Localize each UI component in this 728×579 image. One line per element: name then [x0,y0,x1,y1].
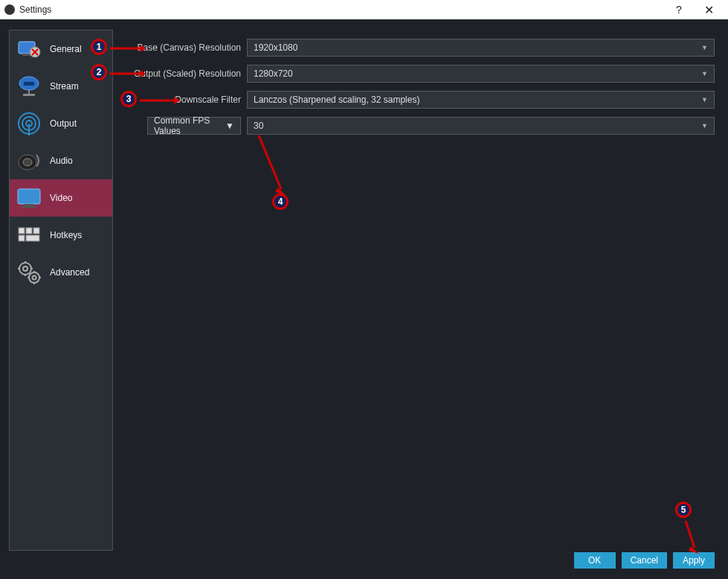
svg-point-26 [33,276,36,280]
app-icon [4,4,15,15]
base-resolution-select[interactable]: 1920x1080 ▼ [247,39,715,57]
svg-rect-19 [26,228,32,234]
titlebar: Settings ? ✕ [0,0,728,19]
svg-rect-18 [19,228,25,234]
annotation-arrow-1 [109,43,146,54]
ok-button[interactable]: OK [574,552,616,569]
svg-line-41 [259,135,281,189]
sidebar-item-label: Audio [50,156,73,166]
base-resolution-value: 1920x1080 [254,42,297,53]
help-icon: ? [676,4,682,16]
sidebar-item-audio[interactable]: Audio [10,142,112,179]
close-icon: ✕ [704,3,714,17]
sidebar-item-hotkeys[interactable]: Hotkeys [10,217,112,254]
sidebar-item-label: Hotkeys [50,230,82,240]
chevron-down-icon: ▼ [701,122,708,129]
fps-value-select[interactable]: 30 ▼ [247,117,715,135]
sidebar-item-label: Stream [50,81,79,92]
fps-row: Common FPS Values ▼ 30 ▼ [147,117,715,135]
svg-rect-8 [23,94,35,96]
sidebar-item-label: General [50,44,82,54]
annotation-5: 5 [675,502,692,518]
sidebar-item-output[interactable]: Output [10,105,112,142]
output-resolution-value: 1280x720 [254,68,293,79]
svg-rect-17 [22,206,36,208]
ok-label: OK [588,555,601,566]
close-button[interactable]: ✕ [694,0,724,19]
chevron-down-icon: ▼ [701,70,708,77]
svg-point-25 [29,272,39,283]
sidebar-item-label: Video [50,193,72,203]
chevron-down-icon: ▼ [225,121,234,131]
hotkeys-icon [14,220,44,250]
svg-marker-38 [140,70,146,77]
svg-rect-6 [24,82,34,86]
annotation-4: 4 [272,193,289,210]
svg-marker-40 [174,97,180,104]
downscale-filter-select[interactable]: Lanczos (Sharpened scaling, 32 samples) … [247,91,715,109]
annotation-3: 3 [120,91,137,107]
svg-rect-16 [25,204,33,206]
chevron-down-icon: ▼ [701,96,708,103]
general-icon [14,34,44,64]
content: General Stream O [0,19,728,579]
apply-label: Apply [683,555,705,566]
svg-rect-20 [33,228,39,234]
output-resolution-select[interactable]: 1280x720 ▼ [247,65,715,83]
advanced-icon [14,257,44,287]
sidebar-item-video[interactable]: Video [10,179,112,217]
fps-type-value: Common FPS Values [154,115,225,136]
annotation-2: 2 [91,64,107,80]
sidebar-item-advanced[interactable]: Advanced [10,254,112,291]
stream-icon [14,71,44,101]
video-icon [14,183,44,213]
svg-point-23 [19,263,31,275]
svg-rect-21 [19,235,25,241]
sidebar-item-label: Advanced [50,267,89,278]
svg-point-24 [23,266,28,271]
cancel-label: Cancel [631,555,658,566]
sidebar-item-label: Output [50,118,77,129]
svg-line-43 [686,521,695,548]
help-button[interactable]: ? [664,0,694,19]
svg-rect-7 [28,89,30,94]
annotation-arrow-3 [138,95,180,106]
svg-point-14 [23,159,32,166]
base-resolution-row: Base (Canvas) Resolution 1920x1080 ▼ [120,39,715,57]
fps-value: 30 [254,121,263,131]
svg-rect-22 [26,235,39,241]
output-resolution-row: Output (Scaled) Resolution 1280x720 ▼ [120,65,715,83]
annotation-arrow-5 [683,519,700,555]
annotation-arrow-2 [109,68,146,79]
output-icon [14,109,44,138]
downscale-filter-value: Lanczos (Sharpened scaling, 32 samples) [254,95,419,105]
sidebar: General Stream O [9,30,113,551]
window-title: Settings [19,4,51,15]
annotation-1: 1 [91,39,107,55]
audio-icon [14,146,44,176]
svg-rect-15 [18,189,40,204]
cancel-button[interactable]: Cancel [622,552,667,569]
svg-marker-36 [140,45,146,52]
chevron-down-icon: ▼ [701,44,708,51]
fps-type-select[interactable]: Common FPS Values ▼ [147,117,241,135]
annotation-arrow-4 [256,132,289,196]
downscale-filter-row: Downscale Filter Lanczos (Sharpened scal… [120,91,715,109]
video-settings-form: Base (Canvas) Resolution 1920x1080 ▼ Out… [120,39,715,143]
